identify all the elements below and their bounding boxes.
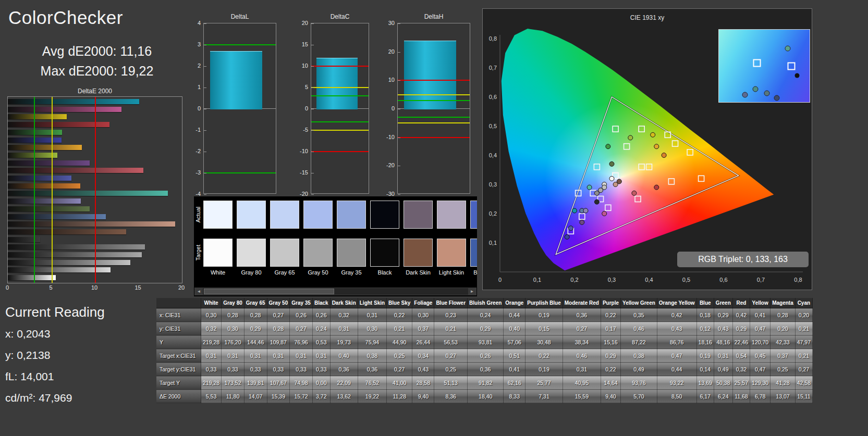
delta-h-chart: DeltaH3020100-10-20-30 bbox=[397, 23, 470, 194]
delta-l-chart: DeltaL43210-1-2-3-4 bbox=[203, 23, 276, 194]
target-swatch-black[interactable] bbox=[370, 239, 399, 267]
delta-h-tick-mark bbox=[398, 109, 400, 109]
actual-swatch-blue-sky[interactable] bbox=[470, 201, 477, 229]
table-cell: 0,42 bbox=[657, 308, 696, 322]
inset-target-point bbox=[753, 59, 761, 67]
target-swatch-dark-skin[interactable] bbox=[404, 239, 433, 267]
table-cell: 6,17 bbox=[696, 390, 714, 403]
delta-c-limit--10 bbox=[311, 151, 369, 152]
column-header-yellow-green: Yellow Green bbox=[621, 298, 657, 308]
table-cell: 0,42 bbox=[732, 308, 750, 322]
deltae-bar-gray-65 bbox=[8, 260, 130, 265]
target-swatch-gray-35[interactable] bbox=[337, 239, 366, 267]
target-swatch-white[interactable] bbox=[203, 239, 233, 267]
table-cell: 0,31 bbox=[330, 322, 358, 335]
cie-panel: CIE 1931 xy 00,10,20,30,40,50,60,70,80,1… bbox=[482, 8, 812, 290]
deltae-bar-blue-flower bbox=[8, 198, 81, 204]
target-swatch-blue-sky[interactable] bbox=[470, 239, 477, 267]
actual-swatch-black[interactable] bbox=[370, 201, 399, 229]
table-cell: 129,30 bbox=[750, 376, 771, 390]
avg-de2000-stat: Avg dE2000: 11,16 bbox=[0, 44, 194, 59]
table-cell: 0,36 bbox=[563, 308, 601, 322]
x-tick-label: 0,3 bbox=[608, 277, 616, 283]
table-cell: 0,36 bbox=[330, 363, 358, 376]
table-cell: 93,81 bbox=[468, 335, 504, 349]
rgb-triplet-badge: RGB Triplet: 0, 133, 163 bbox=[677, 252, 809, 267]
table-cell: 0,28 bbox=[244, 308, 267, 322]
inset-target-point bbox=[788, 62, 796, 70]
delta-l-tick-mark bbox=[204, 23, 206, 24]
table-cell: 57,06 bbox=[504, 335, 525, 349]
measurement-table: WhiteGray 80Gray 65Gray 50Gray 35BlackDa… bbox=[156, 298, 813, 403]
table-cell: 14,07 bbox=[244, 390, 267, 403]
table-cell: 176,20 bbox=[222, 335, 244, 349]
actual-swatch-light-skin[interactable] bbox=[437, 201, 466, 229]
actual-swatch-gray-80[interactable] bbox=[237, 201, 266, 229]
column-header-gray-50: Gray 50 bbox=[267, 298, 290, 308]
table-cell: 120,70 bbox=[750, 335, 771, 349]
table-cell: 11,80 bbox=[222, 390, 244, 403]
actual-swatch-dark-skin[interactable] bbox=[404, 201, 433, 229]
table-cell: 144,46 bbox=[244, 335, 267, 349]
delta-l-y-tick: 0 bbox=[198, 105, 201, 111]
scrollbar-track[interactable] bbox=[203, 288, 468, 295]
column-header-black: Black bbox=[312, 298, 330, 308]
table-cell: 15,39 bbox=[267, 390, 290, 403]
table-cell: 0,40 bbox=[330, 349, 358, 363]
x-tick-label: 15 bbox=[135, 284, 141, 291]
table-cell: 22,09 bbox=[330, 376, 358, 390]
delta-c-y-tick: 10 bbox=[302, 63, 308, 69]
column-header-red: Red bbox=[732, 298, 750, 308]
actual-swatch-gray-65[interactable] bbox=[270, 201, 299, 229]
current-reading-cdm2: cd/m²: 47,969 bbox=[5, 392, 105, 404]
table-cell: 0,31 bbox=[714, 349, 732, 363]
target-swatch-gray-65[interactable] bbox=[270, 239, 299, 267]
column-header-light-skin: Light Skin bbox=[358, 298, 386, 308]
table-cell: 0,25 bbox=[771, 363, 796, 376]
delta-l-y-tick: 1 bbox=[198, 84, 201, 90]
actual-swatch-gray-50[interactable] bbox=[303, 201, 333, 229]
table-cell: 0,33 bbox=[290, 363, 313, 376]
column-header-gray-65: Gray 65 bbox=[244, 298, 267, 308]
column-header-green: Green bbox=[714, 298, 732, 308]
table-cell: 0,19 bbox=[525, 308, 563, 322]
deltae-bar-light-skin bbox=[8, 221, 175, 227]
swatch-column-label: Gray 35 bbox=[337, 269, 366, 276]
scroll-right-button[interactable]: ► bbox=[468, 288, 476, 295]
table-cell: 93,22 bbox=[657, 376, 696, 390]
row-label: y: CIE31 bbox=[156, 322, 201, 335]
x-tick-label: 0,5 bbox=[682, 277, 690, 283]
delta-h-tick-mark bbox=[398, 23, 400, 24]
table-cell: 0,37 bbox=[771, 349, 796, 363]
actual-row-label: Actual bbox=[194, 201, 203, 229]
table-cell: 0,27 bbox=[387, 363, 412, 376]
swatch-panel: ◄ ► ActualTargetWhiteGray 80Gray 65Gray … bbox=[194, 196, 477, 296]
target-swatch-gray-80[interactable] bbox=[237, 239, 266, 267]
table-cell: 0,23 bbox=[434, 308, 468, 322]
table-cell: 0,31 bbox=[222, 349, 244, 363]
x-tick-label: 0,7 bbox=[757, 277, 765, 283]
x-tick-label: 10 bbox=[91, 284, 97, 291]
table-cell: 87,22 bbox=[621, 335, 657, 349]
table-cell: 19,22 bbox=[358, 390, 386, 403]
table-cell: 11,28 bbox=[387, 390, 412, 403]
table-cell: 5,70 bbox=[621, 390, 657, 403]
swatch-h-scrollbar[interactable]: ◄ ► bbox=[194, 288, 476, 295]
scroll-left-button[interactable]: ◄ bbox=[195, 288, 203, 295]
deltae-bar-foliage bbox=[8, 206, 90, 211]
swatch-column-label: White bbox=[203, 269, 233, 276]
scrollbar-thumb[interactable] bbox=[204, 289, 334, 294]
target-swatch-light-skin[interactable] bbox=[437, 239, 466, 267]
delta-l-tick-mark bbox=[204, 45, 206, 45]
actual-swatch-white[interactable] bbox=[203, 201, 233, 229]
deltae-bar-cyan bbox=[8, 99, 139, 104]
actual-swatch-gray-35[interactable] bbox=[337, 201, 366, 229]
column-header-blue: Blue bbox=[696, 298, 714, 308]
delta-c-tick-mark bbox=[311, 88, 314, 88]
table-cell: 18,40 bbox=[468, 390, 504, 403]
target-swatch-gray-50[interactable] bbox=[303, 239, 333, 267]
table-cell: 48,16 bbox=[714, 335, 732, 349]
x-tick-label: 0,2 bbox=[570, 277, 578, 283]
table-row: Y219,28176,20144,46109,8776,960,5319,737… bbox=[156, 335, 813, 349]
reference-line-10 bbox=[95, 97, 96, 283]
